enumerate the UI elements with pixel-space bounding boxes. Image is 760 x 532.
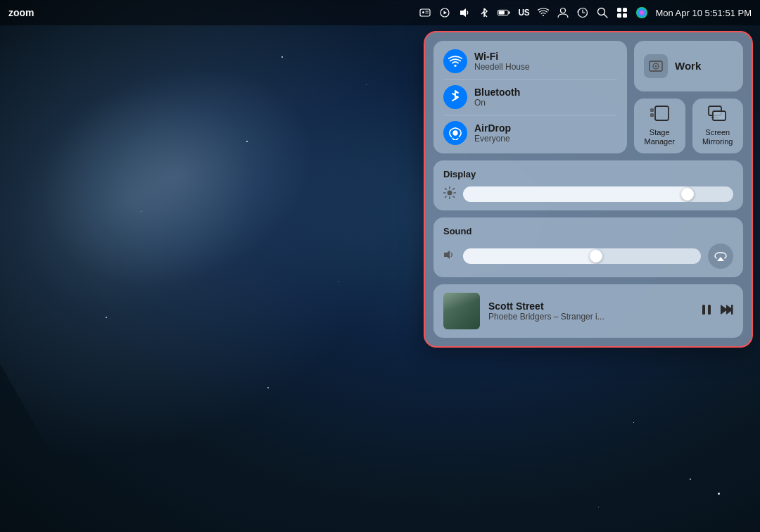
svg-point-1	[422, 11, 424, 13]
svg-point-18	[636, 7, 647, 18]
bluetooth-item[interactable]: Bluetooth On	[443, 79, 617, 109]
svg-point-20	[452, 130, 457, 135]
brightness-slider[interactable]	[463, 186, 733, 202]
svg-rect-16	[617, 13, 621, 18]
wifi-text: Wi-Fi Needell House	[474, 51, 530, 72]
album-art	[443, 293, 480, 329]
svg-point-19	[454, 65, 456, 67]
svg-point-12	[598, 8, 605, 15]
song-artist: Phoebe Bridgers – Stranger i...	[488, 312, 691, 322]
sound-row	[443, 243, 733, 269]
time-machine-icon[interactable]	[576, 6, 589, 19]
cc-bottom-right-tiles: Stage Manager Screen Mirroring	[634, 99, 743, 153]
wifi-menubar-icon[interactable]	[537, 6, 550, 19]
wifi-title: Wi-Fi	[474, 51, 530, 62]
svg-rect-8	[509, 11, 510, 13]
wifi-subtitle: Needell House	[474, 62, 530, 72]
now-playing-section: Scott Street Phoebe Bridgers – Stranger …	[433, 284, 743, 338]
svg-rect-14	[617, 8, 621, 12]
album-art-image	[443, 293, 480, 329]
screen-mirroring-icon	[708, 106, 728, 125]
stage-manager-label: Stage Manager	[645, 128, 675, 146]
brightness-icon	[443, 186, 456, 202]
contact-card-icon[interactable]	[419, 6, 431, 19]
svg-point-30	[448, 191, 452, 196]
siri-icon[interactable]	[635, 6, 648, 19]
display-label: Display	[443, 169, 733, 179]
cc-top-row: Wi-Fi Needell House Bluetooth On	[433, 41, 743, 153]
search-icon[interactable]	[596, 6, 609, 19]
svg-line-13	[604, 15, 608, 18]
app-name: zoom	[8, 7, 34, 18]
bluetooth-title: Bluetooth	[474, 87, 520, 98]
display-section: Display	[433, 160, 743, 210]
song-title: Scott Street	[488, 300, 691, 312]
svg-point-10	[561, 8, 566, 13]
work-title: Work	[675, 60, 701, 72]
svg-marker-5	[444, 11, 448, 15]
keyboard-input-icon[interactable]: US	[517, 6, 530, 19]
bluetooth-text: Bluetooth On	[474, 87, 520, 108]
stage-manager-tile[interactable]: Stage Manager	[634, 99, 685, 153]
svg-line-37	[453, 189, 455, 190]
airdrop-item[interactable]: AirDrop Everyone	[443, 115, 617, 145]
user-icon[interactable]	[557, 6, 569, 19]
wifi-icon-circle	[443, 49, 467, 73]
airdrop-subtitle: Everyone	[474, 134, 511, 144]
svg-marker-39	[444, 251, 450, 259]
sound-label: Sound	[443, 226, 733, 236]
wifi-item[interactable]: Wi-Fi Needell House	[443, 49, 617, 73]
menubar-datetime: Mon Apr 10 5:51:51 PM	[655, 8, 752, 18]
song-info: Scott Street Phoebe Bridgers – Stranger …	[488, 300, 691, 322]
work-icon	[644, 54, 668, 78]
airdrop-title: AirDrop	[474, 122, 511, 134]
svg-line-36	[453, 196, 455, 198]
stage-manager-icon	[650, 106, 669, 125]
network-tile: Wi-Fi Needell House Bluetooth On	[433, 41, 627, 153]
battery-icon[interactable]	[498, 6, 510, 19]
play-icon[interactable]	[438, 6, 451, 19]
svg-rect-26	[650, 113, 654, 117]
skip-forward-button[interactable]	[719, 303, 733, 320]
screen-mirroring-tile[interactable]: Screen Mirroring	[692, 99, 744, 153]
svg-line-38	[445, 196, 447, 198]
work-tile[interactable]: Work	[634, 41, 743, 91]
volume-icon	[443, 248, 456, 264]
svg-rect-24	[655, 106, 669, 120]
airdrop-icon-circle	[443, 121, 467, 145]
control-center-icon[interactable]	[616, 6, 628, 19]
bluetooth-menubar-icon[interactable]	[478, 6, 490, 19]
control-center-panel: Wi-Fi Needell House Bluetooth On	[424, 31, 753, 348]
svg-marker-40	[717, 257, 724, 261]
svg-rect-42	[708, 305, 711, 315]
svg-rect-17	[623, 13, 627, 18]
svg-rect-9	[499, 11, 505, 15]
airplay-button[interactable]	[708, 243, 733, 269]
svg-rect-41	[702, 305, 705, 315]
airdrop-text: AirDrop Everyone	[474, 122, 511, 144]
svg-rect-45	[731, 305, 733, 315]
brightness-slider-row	[443, 186, 733, 202]
svg-rect-15	[623, 8, 627, 12]
svg-point-23	[655, 65, 657, 67]
svg-rect-25	[650, 108, 654, 112]
svg-rect-29	[713, 111, 726, 120]
playback-controls	[699, 303, 733, 320]
sound-section: Sound	[433, 217, 743, 277]
bluetooth-icon-circle	[443, 85, 467, 109]
bluetooth-subtitle: On	[474, 98, 520, 108]
volume-slider[interactable]	[463, 248, 701, 264]
menubar-left: zoom	[8, 7, 419, 18]
menubar-right: US Mon Apr 10 5:51:51 PM	[419, 6, 752, 19]
cc-right-col: Work Stage Manager	[634, 41, 743, 153]
svg-marker-6	[460, 8, 466, 17]
volume-icon[interactable]	[458, 6, 471, 19]
menubar: zoom US	[0, 0, 760, 25]
screen-mirroring-label: Screen Mirroring	[702, 128, 733, 146]
pause-button[interactable]	[699, 303, 714, 320]
svg-line-35	[445, 189, 447, 190]
